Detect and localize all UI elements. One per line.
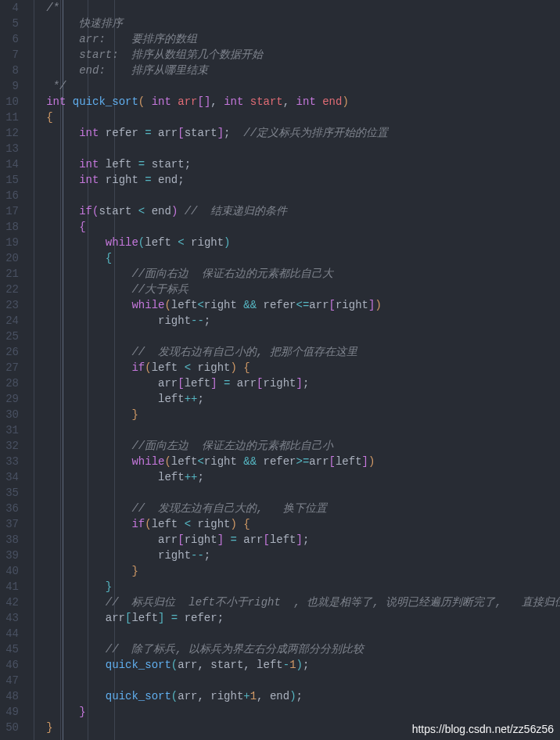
code-line[interactable]: while(left<right && refer<=arr[right]): [27, 297, 560, 313]
line-number: 16: [0, 188, 19, 203]
line-number: 50: [0, 720, 19, 735]
line-number: 23: [0, 297, 19, 313]
line-number: 47: [0, 673, 19, 688]
line-number: 24: [0, 313, 19, 329]
line-number: 26: [0, 344, 19, 360]
line-number: 21: [0, 266, 19, 282]
line-number: 15: [0, 172, 19, 188]
line-number: 39: [0, 548, 19, 563]
code-line[interactable]: }: [27, 563, 560, 579]
code-line[interactable]: {: [27, 219, 560, 235]
code-line[interactable]: {: [27, 110, 560, 125]
line-number: 5: [0, 16, 19, 31]
code-area[interactable]: /* 快速排序 arr: 要排序的数组 start: 排序从数组第几个数据开始 …: [27, 0, 560, 740]
line-number: 9: [0, 78, 19, 94]
code-line[interactable]: if(start < end) // 结束递归的条件: [27, 203, 560, 219]
code-line[interactable]: [27, 188, 560, 203]
code-line[interactable]: //面向右边 保证右边的元素都比自己大: [27, 266, 560, 282]
code-editor[interactable]: 4567891011121314151617181920212223242526…: [0, 0, 560, 740]
code-line[interactable]: {: [27, 250, 560, 266]
code-line[interactable]: quick_sort(arr, start, left-1);: [27, 657, 560, 673]
line-number: 31: [0, 422, 19, 438]
code-line[interactable]: // 标兵归位 left不小于right , 也就是相等了, 说明已经遍历判断完…: [27, 595, 560, 610]
code-line[interactable]: }: [27, 704, 560, 720]
line-number: 42: [0, 595, 19, 610]
line-number: 17: [0, 203, 19, 219]
line-number: 6: [0, 31, 19, 47]
code-line[interactable]: left++;: [27, 391, 560, 407]
line-number: 34: [0, 469, 19, 485]
code-line[interactable]: 快速排序: [27, 16, 560, 31]
line-number: 14: [0, 156, 19, 172]
code-line[interactable]: int quick_sort( int arr[], int start, in…: [27, 94, 560, 110]
line-number: 10: [0, 94, 19, 110]
line-number: 4: [0, 0, 19, 16]
code-line[interactable]: arr[left] = refer;: [27, 610, 560, 626]
line-number: 32: [0, 438, 19, 454]
line-number: 37: [0, 516, 19, 532]
code-line[interactable]: arr[left] = arr[right];: [27, 375, 560, 391]
line-number: 12: [0, 125, 19, 141]
code-line[interactable]: while(left < right): [27, 235, 560, 250]
line-number: 28: [0, 375, 19, 391]
code-line[interactable]: quick_sort(arr, right+1, end);: [27, 688, 560, 704]
line-number: 7: [0, 47, 19, 63]
line-number: 11: [0, 110, 19, 125]
line-number: 35: [0, 485, 19, 501]
code-line[interactable]: // 发现右边有自己小的, 把那个值存在这里: [27, 344, 560, 360]
code-line[interactable]: right--;: [27, 313, 560, 329]
code-line[interactable]: [27, 673, 560, 688]
line-number: 30: [0, 407, 19, 422]
line-number: 29: [0, 391, 19, 407]
watermark-text: https://blog.csdn.net/zz56z56: [412, 721, 554, 737]
code-line[interactable]: if(left < right) {: [27, 360, 560, 375]
code-line[interactable]: right--;: [27, 548, 560, 563]
code-line[interactable]: int right = end;: [27, 172, 560, 188]
code-line[interactable]: //大于标兵: [27, 282, 560, 297]
line-number: 48: [0, 688, 19, 704]
line-number: 46: [0, 657, 19, 673]
code-line[interactable]: arr: 要排序的数组: [27, 31, 560, 47]
code-line[interactable]: int left = start;: [27, 156, 560, 172]
code-line[interactable]: */: [27, 78, 560, 94]
code-line[interactable]: left++;: [27, 469, 560, 485]
code-line[interactable]: [27, 141, 560, 156]
line-number: 18: [0, 219, 19, 235]
code-line[interactable]: end: 排序从哪里结束: [27, 63, 560, 78]
line-number: 45: [0, 641, 19, 657]
code-line[interactable]: start: 排序从数组第几个数据开始: [27, 47, 560, 63]
line-number: 44: [0, 626, 19, 641]
code-line[interactable]: }: [27, 407, 560, 422]
line-number: 13: [0, 141, 19, 156]
line-number: 43: [0, 610, 19, 626]
code-line[interactable]: }: [27, 579, 560, 595]
line-number: 22: [0, 282, 19, 297]
line-number: 49: [0, 704, 19, 720]
line-number: 20: [0, 250, 19, 266]
code-line[interactable]: //面向左边 保证左边的元素都比自己小: [27, 438, 560, 454]
line-number: 25: [0, 329, 19, 344]
line-number: 40: [0, 563, 19, 579]
line-number: 27: [0, 360, 19, 375]
code-line[interactable]: /*: [27, 0, 560, 16]
code-line[interactable]: [27, 485, 560, 501]
code-line[interactable]: [27, 626, 560, 641]
line-number: 8: [0, 63, 19, 78]
line-number-gutter: 4567891011121314151617181920212223242526…: [0, 0, 27, 740]
code-line[interactable]: while(left<right && refer>=arr[left]): [27, 454, 560, 469]
line-number: 33: [0, 454, 19, 469]
line-number: 41: [0, 579, 19, 595]
code-line[interactable]: // 发现左边有自己大的, 换下位置: [27, 501, 560, 516]
code-line[interactable]: arr[right] = arr[left];: [27, 532, 560, 548]
line-number: 36: [0, 501, 19, 516]
code-line[interactable]: [27, 422, 560, 438]
code-line[interactable]: // 除了标兵, 以标兵为界左右分成两部分分别比较: [27, 641, 560, 657]
code-line[interactable]: [27, 329, 560, 344]
line-number: 19: [0, 235, 19, 250]
line-number: 38: [0, 532, 19, 548]
code-line[interactable]: int refer = arr[start]; //定义标兵为排序开始的位置: [27, 125, 560, 141]
code-line[interactable]: if(left < right) {: [27, 516, 560, 532]
